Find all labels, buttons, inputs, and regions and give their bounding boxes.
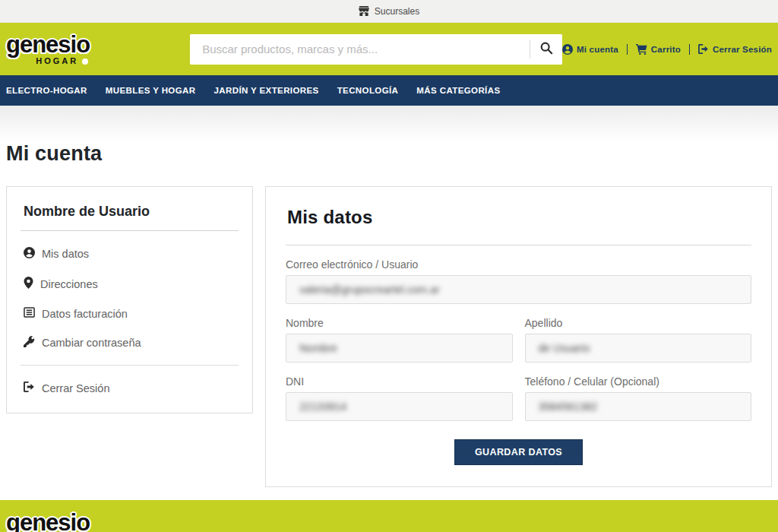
content-area: Mi cuenta Nombre de Usuario Mis datos Di… xyxy=(0,106,778,500)
nombre-value-blurred: Nombre xyxy=(299,342,337,354)
header-mi-cuenta-link[interactable]: Mi cuenta xyxy=(562,44,618,55)
telefono-value-blurred: 3584561382 xyxy=(539,401,598,413)
sidebar-username-heading: Nombre de Usuario xyxy=(21,202,239,231)
apellido-label: Apellido xyxy=(525,317,752,329)
user-icon xyxy=(562,44,573,55)
nav-item-tecnologia[interactable]: TECNOLOGÍA xyxy=(337,86,399,95)
dni-label: DNI xyxy=(286,375,513,388)
location-pin-icon xyxy=(24,277,33,291)
header-mi-cuenta-label: Mi cuenta xyxy=(577,45,618,54)
header-carrito-label: Carrito xyxy=(651,45,681,54)
header-logout-link[interactable]: Cerrar Sesión xyxy=(698,44,772,54)
dni-value-blurred: 22133914 xyxy=(299,401,346,413)
email-value-blurred: valeria@grupocreartel.com.ar xyxy=(299,283,440,296)
account-sidebar: Nombre de Usuario Mis datos Direcciones … xyxy=(6,186,253,413)
apellido-value-blurred: de Usuario xyxy=(539,342,590,354)
key-icon xyxy=(24,336,35,350)
header-links: Mi cuenta Carrito Cerrar Sesión xyxy=(562,44,772,55)
nombre-input[interactable]: Nombre xyxy=(286,334,513,363)
sidebar-item-label: Datos facturación xyxy=(42,308,128,320)
header: genesio HOGAR Mi cuenta Carrito xyxy=(0,23,778,75)
main-nav: ELECTRO-HOGAR MUEBLES Y HOGAR JARDÍN Y E… xyxy=(0,75,778,106)
logo-text: genesio xyxy=(6,33,90,56)
search-input[interactable] xyxy=(190,34,530,65)
sidebar-divider xyxy=(21,365,239,366)
footer-logo[interactable]: genesio HOGAR xyxy=(6,511,772,532)
site-logo[interactable]: genesio HOGAR xyxy=(6,33,90,65)
guardar-datos-button[interactable]: GUARDAR DATOS xyxy=(454,439,583,465)
store-icon xyxy=(359,6,369,16)
sidebar-item-datos-facturacion[interactable]: Datos facturación xyxy=(21,307,239,320)
sidebar-item-label: Cambiar contraseña xyxy=(42,337,141,349)
sidebar-item-label: Mis datos xyxy=(42,248,89,260)
nav-item-muebles-y-hogar[interactable]: MUEBLES Y HOGAR xyxy=(106,86,196,95)
footer: genesio HOGAR xyxy=(0,500,778,532)
mis-datos-card: Mis datos Correo electrónico / Usuario v… xyxy=(265,186,772,487)
search-icon xyxy=(539,41,553,57)
footer-logo-text: genesio xyxy=(6,511,772,532)
sidebar-item-direcciones[interactable]: Direcciones xyxy=(21,277,239,291)
logo-sub-text: HOGAR xyxy=(36,57,78,65)
logout-icon xyxy=(24,382,35,394)
apellido-input[interactable]: de Usuario xyxy=(525,334,752,363)
page-title: Mi cuenta xyxy=(6,106,772,166)
sidebar-item-label: Cerrar Sesión xyxy=(42,382,109,394)
top-bar: Sucursales xyxy=(0,0,778,23)
email-label: Correo electrónico / Usuario xyxy=(286,258,751,271)
nav-item-electro-hogar[interactable]: ELECTRO-HOGAR xyxy=(6,86,87,95)
sidebar-item-mis-datos[interactable]: Mis datos xyxy=(21,247,239,261)
sucursales-link[interactable]: Sucursales xyxy=(359,6,419,17)
search-button[interactable] xyxy=(530,34,562,65)
nav-item-mas-categorias[interactable]: MÁS CATEGORÍAS xyxy=(416,86,500,95)
sidebar-item-label: Direcciones xyxy=(40,278,98,290)
nav-item-jardin-y-exteriores[interactable]: JARDÍN Y EXTERIORES xyxy=(213,86,318,95)
header-link-divider xyxy=(689,44,690,55)
logo-dot xyxy=(82,59,88,65)
user-icon xyxy=(24,247,35,261)
cart-icon xyxy=(636,44,647,55)
email-input[interactable]: valeria@grupocreartel.com.ar xyxy=(286,275,751,304)
telefono-input[interactable]: 3584561382 xyxy=(525,392,752,421)
nombre-label: Nombre xyxy=(286,317,513,329)
sucursales-label: Sucursales xyxy=(375,6,419,17)
search-bar xyxy=(190,34,562,65)
header-carrito-link[interactable]: Carrito xyxy=(636,44,681,55)
header-logout-label: Cerrar Sesión xyxy=(713,45,772,54)
dni-input[interactable]: 22133914 xyxy=(286,392,513,421)
billing-list-icon xyxy=(24,307,35,320)
logout-icon xyxy=(698,44,709,54)
telefono-label: Teléfono / Celular (Opcional) xyxy=(525,375,752,388)
mis-datos-heading: Mis datos xyxy=(286,205,751,245)
sidebar-item-cambiar-contrasena[interactable]: Cambiar contraseña xyxy=(21,336,239,350)
header-link-divider xyxy=(627,44,628,55)
sidebar-item-cerrar-sesion[interactable]: Cerrar Sesión xyxy=(21,382,239,394)
